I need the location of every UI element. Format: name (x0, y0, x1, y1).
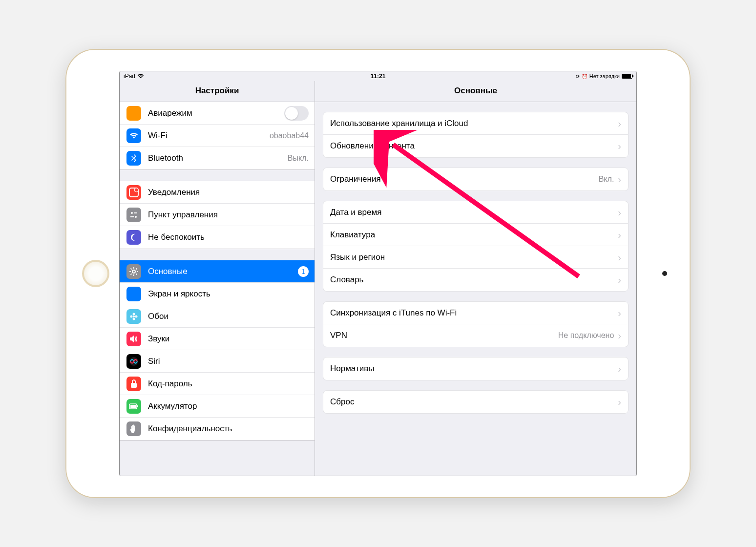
chevron-right-icon: › (618, 208, 621, 217)
detail-row-label: Ограничения (330, 174, 599, 184)
sidebar-item-label: Авиарежим (148, 108, 284, 118)
front-camera (662, 271, 667, 276)
svg-point-6 (132, 270, 135, 273)
sidebar-item-label: Пункт управления (148, 210, 309, 220)
chevron-right-icon: › (618, 119, 621, 128)
svg-point-4 (135, 216, 137, 218)
sidebar-item-wallpaper[interactable]: Обои (120, 305, 315, 328)
battery-status-label: Нет зарядки (589, 73, 620, 79)
sidebar-item-label: Siri (148, 357, 309, 366)
detail-row-label: Словарь (330, 275, 618, 285)
screen: iPad 11:21 ⟳ ⏰ Нет зарядки Настройки Ави… (119, 71, 637, 476)
siri-icon (126, 354, 141, 369)
sidebar-item-value: Выкл. (288, 154, 309, 163)
detail-row-label: VPN (330, 331, 558, 340)
svg-point-1 (134, 188, 138, 192)
sidebar-item-passcode[interactable]: Код-пароль (120, 373, 315, 395)
detail-row-label: Сброс (330, 397, 618, 407)
svg-rect-15 (137, 405, 138, 407)
settings-sidebar: Настройки АвиарежимWi-Fiobaobab44Bluetoo… (120, 81, 315, 476)
control-center-icon (126, 208, 141, 222)
svg-point-2 (131, 212, 133, 214)
sidebar-item-wifi[interactable]: Wi-Fiobaobab44 (120, 125, 315, 147)
detail-title: Основные (315, 81, 636, 102)
privacy-icon (126, 421, 141, 436)
detail-row-dictionary[interactable]: Словарь› (323, 269, 628, 291)
chevron-right-icon: › (618, 364, 621, 374)
bluetooth-icon (126, 151, 141, 166)
sidebar-item-label: Конфиденциальность (148, 424, 309, 434)
chevron-right-icon: › (618, 331, 621, 340)
sidebar-item-general[interactable]: Основные1 (120, 260, 315, 283)
wifi-icon (126, 128, 141, 143)
sidebar-item-sounds[interactable]: Звуки (120, 328, 315, 350)
detail-row-keyboard[interactable]: Клавиатура› (323, 224, 628, 246)
sidebar-item-privacy[interactable]: Конфиденциальность (120, 418, 315, 440)
svg-point-7 (133, 316, 135, 317)
svg-point-9 (133, 317, 135, 320)
display-icon (126, 287, 141, 301)
svg-rect-13 (131, 383, 137, 388)
sidebar-item-label: Wi-Fi (148, 131, 270, 141)
detail-pane: Основные Использование хранилища и iClou… (315, 81, 636, 476)
detail-row-datetime[interactable]: Дата и время› (323, 201, 628, 224)
detail-row-label: Клавиатура (330, 230, 618, 240)
sounds-icon (126, 332, 141, 346)
sidebar-item-value: obaobab44 (270, 131, 309, 140)
detail-row-label: Обновление контента (330, 141, 618, 151)
sidebar-item-control-center[interactable]: Пункт управления (120, 204, 315, 226)
notifications-icon (126, 185, 141, 200)
sidebar-item-label: Не беспокоить (148, 232, 309, 242)
wallpaper-icon (126, 309, 141, 324)
sidebar-item-battery[interactable]: Аккумулятор (120, 395, 315, 418)
detail-row-label: Дата и время (330, 208, 618, 217)
detail-row-label: Нормативы (330, 364, 618, 374)
sidebar-title: Настройки (120, 81, 315, 102)
detail-row-reset[interactable]: Сброс› (323, 391, 628, 413)
sidebar-item-notifications[interactable]: Уведомления (120, 181, 315, 204)
dnd-icon (126, 230, 141, 245)
detail-row-value: Не подключено (558, 331, 614, 340)
detail-row-storage[interactable]: Использование хранилища и iCloud› (323, 112, 628, 135)
svg-point-8 (133, 313, 135, 315)
chevron-right-icon: › (618, 308, 621, 318)
sidebar-item-badge: 1 (298, 266, 309, 277)
svg-point-11 (135, 315, 138, 317)
sidebar-item-label: Уведомления (148, 188, 309, 197)
sidebar-item-label: Обои (148, 312, 309, 321)
chevron-right-icon: › (618, 252, 621, 262)
chevron-right-icon: › (618, 174, 621, 184)
svg-rect-5 (130, 216, 134, 217)
chevron-right-icon: › (618, 275, 621, 285)
chevron-right-icon: › (618, 230, 621, 240)
sidebar-item-airplane[interactable]: Авиарежим (120, 102, 315, 125)
detail-row-language[interactable]: Язык и регион› (323, 246, 628, 269)
chevron-right-icon: › (618, 397, 621, 407)
detail-row-value: Вкл. (599, 175, 614, 184)
airplane-icon (126, 106, 141, 121)
sidebar-item-label: Экран и яркость (148, 289, 309, 299)
sidebar-item-label: Звуки (148, 334, 309, 344)
passcode-icon (126, 377, 141, 391)
chevron-right-icon: › (618, 141, 621, 151)
battery-icon (126, 399, 141, 414)
svg-point-10 (130, 315, 133, 317)
sidebar-item-label: Аккумулятор (148, 401, 309, 411)
sidebar-item-label: Код-пароль (148, 379, 309, 389)
sidebar-item-siri[interactable]: Siri (120, 350, 315, 373)
detail-row-background-refresh[interactable]: Обновление контента› (323, 135, 628, 157)
airplane-toggle[interactable] (284, 106, 309, 121)
device-name-label: iPad (124, 73, 135, 80)
general-icon (126, 264, 141, 279)
ipad-device-frame: iPad 11:21 ⟳ ⏰ Нет зарядки Настройки Ави… (65, 49, 691, 498)
detail-row-restrictions[interactable]: ОграниченияВкл.› (323, 168, 628, 190)
home-button[interactable] (82, 260, 109, 287)
sidebar-item-bluetooth[interactable]: BluetoothВыкл. (120, 147, 315, 169)
sidebar-item-dnd[interactable]: Не беспокоить (120, 226, 315, 249)
detail-row-regulatory[interactable]: Нормативы› (323, 358, 628, 380)
sidebar-item-display[interactable]: Экран и яркость (120, 283, 315, 305)
detail-row-itunes-sync[interactable]: Синхронизация с iTunes по Wi-Fi› (323, 302, 628, 324)
detail-row-vpn[interactable]: VPNНе подключено› (323, 324, 628, 347)
detail-row-label: Язык и регион (330, 252, 618, 262)
sidebar-item-label: Bluetooth (148, 153, 288, 163)
